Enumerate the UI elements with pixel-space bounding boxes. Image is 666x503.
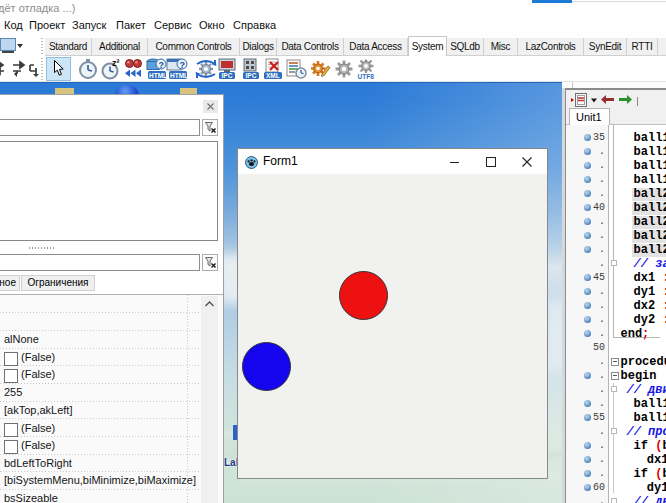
svg-text:HTML: HTML <box>149 72 167 79</box>
svg-text:UTF8: UTF8 <box>358 73 375 80</box>
svg-text:IPC: IPC <box>222 72 233 79</box>
svg-text:XML: XML <box>266 72 280 79</box>
svg-text:?: ? <box>180 60 186 70</box>
svg-text:IPC: IPC <box>246 72 257 79</box>
svg-text:HTML: HTML <box>170 72 188 79</box>
svg-text:?: ? <box>159 60 165 70</box>
svg-text:z²: z² <box>112 58 120 68</box>
